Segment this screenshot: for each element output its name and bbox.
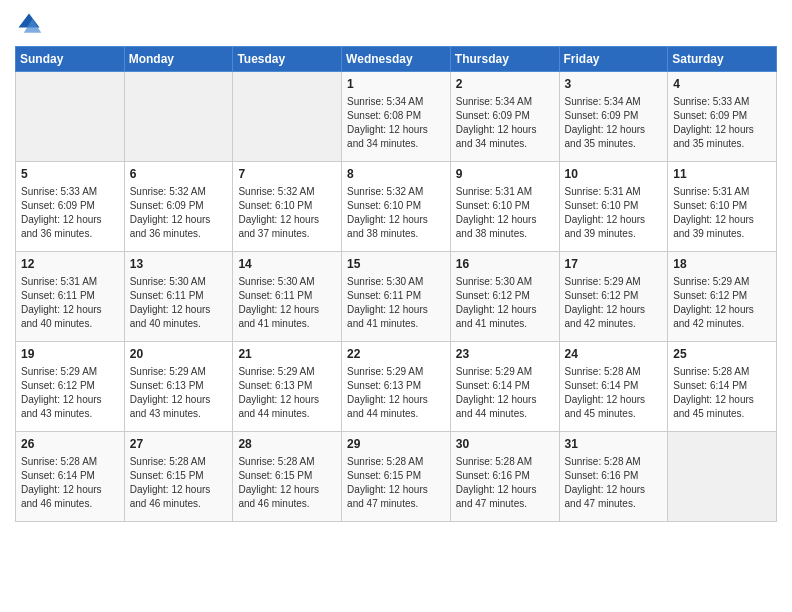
day-number: 4 — [673, 76, 771, 93]
day-number: 3 — [565, 76, 663, 93]
day-info: Sunrise: 5:33 AMSunset: 6:09 PMDaylight:… — [673, 95, 771, 151]
calendar-body: 1Sunrise: 5:34 AMSunset: 6:08 PMDaylight… — [16, 72, 777, 522]
day-info: Sunrise: 5:32 AMSunset: 6:10 PMDaylight:… — [347, 185, 445, 241]
calendar-table: SundayMondayTuesdayWednesdayThursdayFrid… — [15, 46, 777, 522]
day-number: 5 — [21, 166, 119, 183]
calendar-cell: 29Sunrise: 5:28 AMSunset: 6:15 PMDayligh… — [342, 432, 451, 522]
day-info: Sunrise: 5:33 AMSunset: 6:09 PMDaylight:… — [21, 185, 119, 241]
day-number: 17 — [565, 256, 663, 273]
calendar-cell: 8Sunrise: 5:32 AMSunset: 6:10 PMDaylight… — [342, 162, 451, 252]
day-info: Sunrise: 5:32 AMSunset: 6:09 PMDaylight:… — [130, 185, 228, 241]
calendar-cell: 20Sunrise: 5:29 AMSunset: 6:13 PMDayligh… — [124, 342, 233, 432]
calendar-cell: 4Sunrise: 5:33 AMSunset: 6:09 PMDaylight… — [668, 72, 777, 162]
day-info: Sunrise: 5:34 AMSunset: 6:08 PMDaylight:… — [347, 95, 445, 151]
day-number: 25 — [673, 346, 771, 363]
week-row-0: 1Sunrise: 5:34 AMSunset: 6:08 PMDaylight… — [16, 72, 777, 162]
day-info: Sunrise: 5:29 AMSunset: 6:13 PMDaylight:… — [130, 365, 228, 421]
page-header — [15, 10, 777, 38]
day-info: Sunrise: 5:28 AMSunset: 6:14 PMDaylight:… — [21, 455, 119, 511]
day-number: 19 — [21, 346, 119, 363]
day-info: Sunrise: 5:30 AMSunset: 6:11 PMDaylight:… — [238, 275, 336, 331]
day-info: Sunrise: 5:29 AMSunset: 6:14 PMDaylight:… — [456, 365, 554, 421]
day-info: Sunrise: 5:29 AMSunset: 6:13 PMDaylight:… — [347, 365, 445, 421]
header-row: SundayMondayTuesdayWednesdayThursdayFrid… — [16, 47, 777, 72]
day-info: Sunrise: 5:30 AMSunset: 6:12 PMDaylight:… — [456, 275, 554, 331]
day-number: 1 — [347, 76, 445, 93]
day-number: 29 — [347, 436, 445, 453]
day-info: Sunrise: 5:28 AMSunset: 6:15 PMDaylight:… — [347, 455, 445, 511]
day-number: 20 — [130, 346, 228, 363]
day-number: 6 — [130, 166, 228, 183]
day-info: Sunrise: 5:28 AMSunset: 6:15 PMDaylight:… — [130, 455, 228, 511]
header-cell-wednesday: Wednesday — [342, 47, 451, 72]
day-number: 12 — [21, 256, 119, 273]
calendar-cell — [124, 72, 233, 162]
logo — [15, 10, 47, 38]
day-number: 2 — [456, 76, 554, 93]
calendar-cell: 28Sunrise: 5:28 AMSunset: 6:15 PMDayligh… — [233, 432, 342, 522]
day-info: Sunrise: 5:31 AMSunset: 6:10 PMDaylight:… — [565, 185, 663, 241]
calendar-cell: 31Sunrise: 5:28 AMSunset: 6:16 PMDayligh… — [559, 432, 668, 522]
day-number: 14 — [238, 256, 336, 273]
header-cell-monday: Monday — [124, 47, 233, 72]
header-cell-tuesday: Tuesday — [233, 47, 342, 72]
calendar-cell: 17Sunrise: 5:29 AMSunset: 6:12 PMDayligh… — [559, 252, 668, 342]
day-number: 18 — [673, 256, 771, 273]
calendar-cell: 5Sunrise: 5:33 AMSunset: 6:09 PMDaylight… — [16, 162, 125, 252]
day-info: Sunrise: 5:31 AMSunset: 6:10 PMDaylight:… — [673, 185, 771, 241]
header-cell-sunday: Sunday — [16, 47, 125, 72]
week-row-4: 26Sunrise: 5:28 AMSunset: 6:14 PMDayligh… — [16, 432, 777, 522]
day-number: 11 — [673, 166, 771, 183]
calendar-cell: 18Sunrise: 5:29 AMSunset: 6:12 PMDayligh… — [668, 252, 777, 342]
day-number: 30 — [456, 436, 554, 453]
calendar-cell: 6Sunrise: 5:32 AMSunset: 6:09 PMDaylight… — [124, 162, 233, 252]
calendar-cell — [668, 432, 777, 522]
day-info: Sunrise: 5:28 AMSunset: 6:16 PMDaylight:… — [456, 455, 554, 511]
calendar-cell: 19Sunrise: 5:29 AMSunset: 6:12 PMDayligh… — [16, 342, 125, 432]
day-number: 27 — [130, 436, 228, 453]
day-number: 9 — [456, 166, 554, 183]
calendar-cell: 10Sunrise: 5:31 AMSunset: 6:10 PMDayligh… — [559, 162, 668, 252]
calendar-cell: 16Sunrise: 5:30 AMSunset: 6:12 PMDayligh… — [450, 252, 559, 342]
day-number: 7 — [238, 166, 336, 183]
day-info: Sunrise: 5:29 AMSunset: 6:12 PMDaylight:… — [673, 275, 771, 331]
calendar-cell: 23Sunrise: 5:29 AMSunset: 6:14 PMDayligh… — [450, 342, 559, 432]
day-info: Sunrise: 5:29 AMSunset: 6:12 PMDaylight:… — [21, 365, 119, 421]
calendar-cell: 15Sunrise: 5:30 AMSunset: 6:11 PMDayligh… — [342, 252, 451, 342]
day-info: Sunrise: 5:28 AMSunset: 6:14 PMDaylight:… — [565, 365, 663, 421]
calendar-cell — [233, 72, 342, 162]
calendar-cell: 26Sunrise: 5:28 AMSunset: 6:14 PMDayligh… — [16, 432, 125, 522]
day-info: Sunrise: 5:30 AMSunset: 6:11 PMDaylight:… — [347, 275, 445, 331]
calendar-cell: 13Sunrise: 5:30 AMSunset: 6:11 PMDayligh… — [124, 252, 233, 342]
day-info: Sunrise: 5:28 AMSunset: 6:14 PMDaylight:… — [673, 365, 771, 421]
day-number: 22 — [347, 346, 445, 363]
week-row-2: 12Sunrise: 5:31 AMSunset: 6:11 PMDayligh… — [16, 252, 777, 342]
logo-icon — [15, 10, 43, 38]
day-info: Sunrise: 5:29 AMSunset: 6:12 PMDaylight:… — [565, 275, 663, 331]
week-row-3: 19Sunrise: 5:29 AMSunset: 6:12 PMDayligh… — [16, 342, 777, 432]
calendar-cell: 21Sunrise: 5:29 AMSunset: 6:13 PMDayligh… — [233, 342, 342, 432]
day-number: 16 — [456, 256, 554, 273]
day-number: 24 — [565, 346, 663, 363]
calendar-cell: 14Sunrise: 5:30 AMSunset: 6:11 PMDayligh… — [233, 252, 342, 342]
day-number: 23 — [456, 346, 554, 363]
day-info: Sunrise: 5:28 AMSunset: 6:16 PMDaylight:… — [565, 455, 663, 511]
calendar-cell: 9Sunrise: 5:31 AMSunset: 6:10 PMDaylight… — [450, 162, 559, 252]
header-cell-friday: Friday — [559, 47, 668, 72]
calendar-cell: 1Sunrise: 5:34 AMSunset: 6:08 PMDaylight… — [342, 72, 451, 162]
day-number: 10 — [565, 166, 663, 183]
day-info: Sunrise: 5:28 AMSunset: 6:15 PMDaylight:… — [238, 455, 336, 511]
day-info: Sunrise: 5:34 AMSunset: 6:09 PMDaylight:… — [456, 95, 554, 151]
calendar-header: SundayMondayTuesdayWednesdayThursdayFrid… — [16, 47, 777, 72]
day-info: Sunrise: 5:29 AMSunset: 6:13 PMDaylight:… — [238, 365, 336, 421]
day-info: Sunrise: 5:31 AMSunset: 6:10 PMDaylight:… — [456, 185, 554, 241]
calendar-cell — [16, 72, 125, 162]
day-number: 21 — [238, 346, 336, 363]
day-info: Sunrise: 5:30 AMSunset: 6:11 PMDaylight:… — [130, 275, 228, 331]
day-number: 28 — [238, 436, 336, 453]
day-number: 31 — [565, 436, 663, 453]
calendar-cell: 24Sunrise: 5:28 AMSunset: 6:14 PMDayligh… — [559, 342, 668, 432]
day-number: 8 — [347, 166, 445, 183]
calendar-cell: 7Sunrise: 5:32 AMSunset: 6:10 PMDaylight… — [233, 162, 342, 252]
day-info: Sunrise: 5:32 AMSunset: 6:10 PMDaylight:… — [238, 185, 336, 241]
